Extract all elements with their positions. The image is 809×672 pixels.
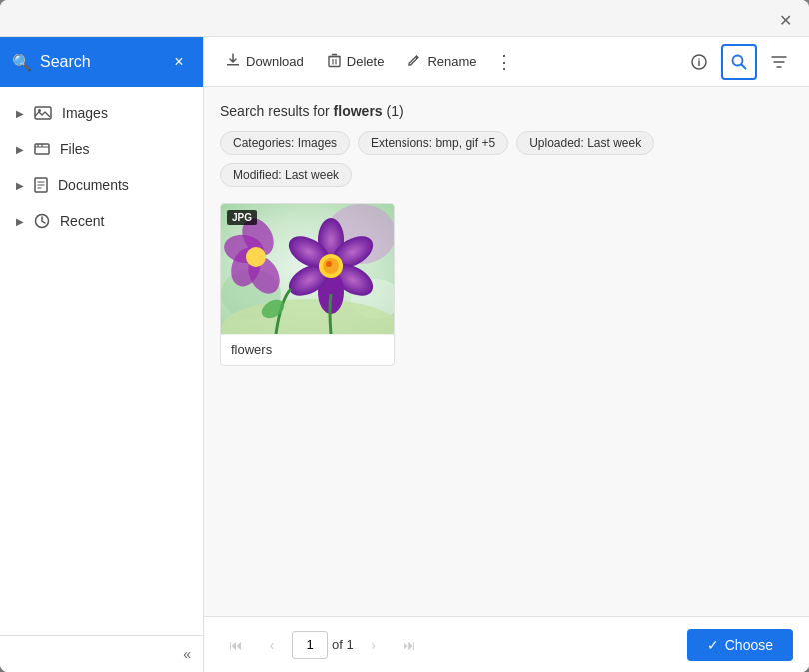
rename-label: Rename bbox=[427, 54, 476, 69]
svg-line-20 bbox=[742, 64, 746, 68]
main-area: 🔍 Search × ▶ Images bbox=[0, 37, 809, 672]
svg-line-15 bbox=[416, 57, 418, 59]
svg-point-1 bbox=[38, 109, 41, 112]
results-keyword: flowers bbox=[334, 103, 383, 119]
search-icon: 🔍 bbox=[12, 53, 32, 72]
page-number-input[interactable]: 1 bbox=[292, 631, 328, 659]
collapse-sidebar-button[interactable]: « bbox=[183, 646, 191, 662]
search-header: 🔍 Search × bbox=[0, 37, 203, 87]
sidebar-item-documents[interactable]: ▶ Documents bbox=[0, 167, 203, 203]
filter-tags: Categories: Images Extensions: bmp, gif … bbox=[220, 131, 793, 187]
title-bar: ✕ bbox=[0, 0, 809, 37]
more-options-button[interactable]: ⋮ bbox=[491, 45, 517, 79]
svg-point-33 bbox=[246, 247, 266, 267]
first-page-button[interactable]: ⏮ bbox=[220, 629, 252, 661]
download-label: Download bbox=[246, 54, 304, 69]
recent-icon bbox=[34, 213, 50, 229]
recent-label: Recent bbox=[60, 213, 104, 229]
images-label: Images bbox=[62, 105, 108, 121]
svg-point-42 bbox=[326, 261, 332, 267]
file-manager-dialog: ✕ 🔍 Search × ▶ bbox=[0, 0, 809, 672]
filter-tag-categories[interactable]: Categories: Images bbox=[220, 131, 350, 155]
pagination-bar: ⏮ ‹ 1 of 1 › ⏭ ✓ Choose bbox=[204, 616, 809, 672]
info-button[interactable] bbox=[681, 44, 717, 80]
results-prefix: Search results for bbox=[220, 103, 334, 119]
svg-point-18 bbox=[698, 58, 700, 60]
download-icon bbox=[226, 53, 240, 70]
next-page-button[interactable]: › bbox=[358, 629, 390, 661]
result-name-flowers: flowers bbox=[221, 334, 394, 365]
rename-icon bbox=[407, 53, 421, 70]
dialog-close-button[interactable]: ✕ bbox=[775, 10, 795, 30]
sidebar-nav: ▶ Images ▶ bbox=[0, 87, 203, 635]
sidebar-footer: « bbox=[0, 635, 203, 672]
results-count: (1) bbox=[387, 103, 404, 119]
sidebar-item-files[interactable]: ▶ Files bbox=[0, 131, 203, 167]
content-area: Download Delete bbox=[204, 37, 809, 672]
last-page-button[interactable]: ⏭ bbox=[394, 629, 425, 661]
results-area: Search results for flowers (1) Categorie… bbox=[204, 87, 809, 616]
choose-label: Choose bbox=[725, 637, 773, 653]
sidebar-item-recent[interactable]: ▶ Recent bbox=[0, 203, 203, 239]
filter-tag-uploaded[interactable]: Uploaded: Last week bbox=[516, 131, 654, 155]
search-close-button[interactable]: × bbox=[167, 50, 191, 74]
result-thumbnail: JPG bbox=[221, 204, 395, 334]
filter-tag-extensions[interactable]: Extensions: bmp, gif +5 bbox=[358, 131, 508, 155]
documents-icon bbox=[34, 177, 48, 193]
documents-chevron-icon: ▶ bbox=[16, 180, 24, 191]
result-item-flowers[interactable]: JPG bbox=[220, 203, 395, 366]
file-type-badge: JPG bbox=[227, 210, 257, 225]
files-chevron-icon: ▶ bbox=[16, 144, 24, 155]
sidebar-item-images[interactable]: ▶ Images bbox=[0, 95, 203, 131]
images-chevron-icon: ▶ bbox=[16, 108, 24, 119]
delete-icon bbox=[328, 53, 341, 71]
search-title: Search bbox=[40, 53, 159, 71]
images-icon bbox=[34, 106, 52, 120]
sidebar: 🔍 Search × ▶ Images bbox=[0, 37, 204, 672]
filter-button[interactable] bbox=[761, 44, 797, 80]
filter-tag-modified[interactable]: Modified: Last week bbox=[220, 163, 352, 187]
delete-button[interactable]: Delete bbox=[318, 47, 395, 77]
toolbar: Download Delete bbox=[204, 37, 809, 87]
toolbar-right bbox=[681, 44, 797, 80]
results-header: Search results for flowers (1) bbox=[220, 103, 793, 119]
choose-check-icon: ✓ bbox=[707, 637, 719, 653]
files-icon bbox=[34, 141, 50, 157]
files-label: Files bbox=[60, 141, 90, 157]
prev-page-button[interactable]: ‹ bbox=[256, 629, 288, 661]
download-button[interactable]: Download bbox=[216, 47, 314, 76]
svg-rect-11 bbox=[329, 56, 340, 66]
search-toggle-button[interactable] bbox=[721, 44, 757, 80]
page-of-label: of 1 bbox=[332, 637, 354, 652]
recent-chevron-icon: ▶ bbox=[16, 216, 24, 227]
rename-button[interactable]: Rename bbox=[398, 47, 486, 76]
choose-button[interactable]: ✓ Choose bbox=[687, 629, 793, 661]
results-grid: JPG bbox=[220, 203, 793, 366]
documents-label: Documents bbox=[58, 177, 129, 193]
delete-label: Delete bbox=[347, 54, 385, 69]
